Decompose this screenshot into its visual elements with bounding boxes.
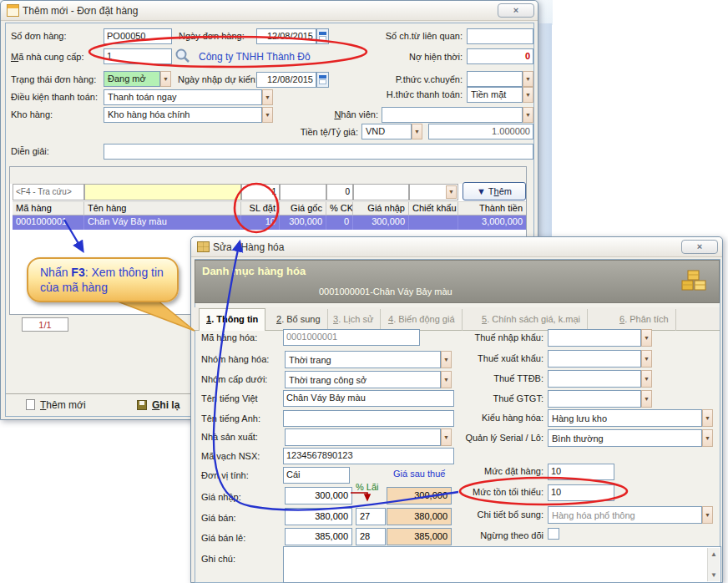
ngay-nhap-input[interactable]: 12/08/2015 xyxy=(256,72,316,88)
chevron-down-icon[interactable]: ▼ xyxy=(446,185,457,199)
tab-phan-tich[interactable]: 6. Phân tích xyxy=(613,309,676,331)
chevron-down-icon[interactable]: ▼ xyxy=(523,87,533,103)
close-icon: × xyxy=(697,241,702,251)
ghi-chu-textarea[interactable]: ▲▼ xyxy=(283,546,721,583)
order-window-titlebar[interactable]: Thêm mới - Đơn đặt hàng xyxy=(1,1,538,21)
chevron-down-icon[interactable]: ▼ xyxy=(702,506,713,524)
ma-hang-hoa-input[interactable]: 0001000001 xyxy=(283,329,420,346)
item-window-close-button[interactable]: × xyxy=(681,240,718,254)
table-row-cell[interactable] xyxy=(409,215,458,230)
ma-vach-input[interactable]: 1234567890123 xyxy=(283,448,454,464)
ngay-don-hang-input[interactable]: 12/08/2015 xyxy=(256,28,316,44)
thue-xk-combo[interactable] xyxy=(548,350,641,368)
table-row-cell[interactable]: 300,000 xyxy=(353,215,409,230)
don-vi-tinh-label: Đơn vị tính: xyxy=(201,470,249,480)
chi-tiet-bo-sung-combo[interactable]: Hàng hóa phổ thông xyxy=(548,506,702,524)
ngay-nhap-label: Ngày nhập dự kiến: xyxy=(178,74,258,84)
ghi-lai-button[interactable]: Ghi lạ xyxy=(137,399,179,411)
col-header[interactable]: Thành tiền xyxy=(458,201,526,215)
tab-lich-su[interactable]: 3. Lịch sử xyxy=(326,309,381,331)
chevron-down-icon[interactable]: ▼ xyxy=(702,409,713,427)
serial-lo-combo[interactable]: Bình thường xyxy=(548,429,702,447)
calendar-icon[interactable] xyxy=(316,28,329,44)
thue-nk-combo[interactable] xyxy=(548,329,641,347)
calendar-icon[interactable] xyxy=(316,72,329,88)
muc-dat-hang-input[interactable]: 10 xyxy=(548,464,614,480)
col-header[interactable]: Mã hàng xyxy=(13,201,84,215)
tab-chinh-sach-gia[interactable]: 5. Chính sách giá, k.mại xyxy=(475,309,588,331)
textarea-scrollbar[interactable]: ▲▼ xyxy=(707,548,720,581)
chevron-down-icon[interactable]: ▼ xyxy=(641,370,652,388)
gia-ban-lai-input[interactable]: 27 xyxy=(356,508,386,525)
dk-thanh-toan-combo[interactable]: Thanh toán ngay xyxy=(104,89,262,105)
scroll-up-icon[interactable]: ▲ xyxy=(708,550,720,558)
table-row-cell[interactable]: 0 xyxy=(326,215,353,230)
table-row-cell[interactable]: Chân Váy Bảy màu xyxy=(84,215,241,230)
table-row-cell[interactable]: 3,000,000 xyxy=(458,215,526,230)
tab-thong-tin[interactable]: 1. Thông tin xyxy=(199,308,265,331)
grid-filter-cell[interactable] xyxy=(280,184,326,200)
col-header[interactable]: Tên hàng xyxy=(84,201,241,215)
pt-vchuyen-combo[interactable] xyxy=(467,71,523,87)
nha-san-xuat-label: Nhà sản xuất: xyxy=(201,432,258,442)
col-header[interactable]: Giá nhập xyxy=(353,201,409,215)
them-moi-button[interactable]: Thêm mới xyxy=(26,399,86,411)
item-header-bar: Danh mục hàng hóa 0001000001-Chân Váy Bả… xyxy=(195,260,720,303)
tien-te-combo[interactable]: VND xyxy=(361,124,412,139)
grid-filter-qty[interactable]: 1 xyxy=(241,184,280,200)
chevron-down-icon[interactable]: ▼ xyxy=(262,89,273,105)
gia-ban-le-input[interactable]: 385,000 xyxy=(285,528,352,545)
nhan-vien-combo[interactable] xyxy=(382,107,523,123)
kho-hang-combo[interactable]: Kho hàng hóa chính xyxy=(104,107,262,123)
thue-gtgt-combo[interactable] xyxy=(548,390,641,408)
gia-nhap-label: Giá nhập: xyxy=(201,492,241,502)
scroll-down-icon[interactable]: ▼ xyxy=(708,571,720,579)
so-chu-tu-input[interactable] xyxy=(467,28,533,44)
chevron-down-icon[interactable]: ▼ xyxy=(160,71,171,87)
table-row-cell[interactable]: 10 xyxy=(241,215,280,230)
col-header[interactable]: Giá gốc xyxy=(280,201,326,215)
col-header[interactable]: Chiết khấu xyxy=(409,201,458,215)
thue-ttdb-label: Thuế TTĐB: xyxy=(415,373,543,383)
search-icon[interactable] xyxy=(174,48,191,64)
kieu-hang-hoa-combo[interactable]: Hàng lưu kho xyxy=(548,409,702,427)
ht-thanh-toan-combo[interactable]: Tiền mặt xyxy=(467,87,523,103)
add-line-button[interactable]: ▼ Thêm xyxy=(463,182,526,200)
chevron-down-icon[interactable]: ▼ xyxy=(641,329,652,347)
col-header[interactable]: % CK xyxy=(326,201,353,215)
so-don-hang-input[interactable]: PO00050 xyxy=(104,28,172,44)
item-window-titlebar[interactable]: Sửa - Hàng hóa xyxy=(191,237,722,257)
thue-ttdb-combo[interactable] xyxy=(548,370,641,388)
gia-ban-input[interactable]: 380,000 xyxy=(285,508,352,525)
ma-hang-hoa-label: Mã hàng hóa: xyxy=(201,332,257,342)
chevron-down-icon[interactable]: ▼ xyxy=(641,390,652,408)
grid-filter-ck[interactable]: 0 xyxy=(326,184,353,200)
col-header[interactable]: SL đặt xyxy=(241,201,280,215)
pager-badge: 1/1 xyxy=(22,317,68,332)
chevron-down-icon[interactable]: ▼ xyxy=(262,107,273,123)
gia-nhap-input[interactable]: 300,000 xyxy=(285,487,352,504)
dien-giai-input[interactable] xyxy=(104,144,533,160)
table-row-cell[interactable]: 300,000 xyxy=(280,215,326,230)
grid-filter-hint[interactable]: <F4 - Tra cứu> xyxy=(13,184,84,200)
table-row-cell[interactable]: 0001000001 xyxy=(13,215,84,230)
order-window-close-button[interactable]: × xyxy=(498,3,534,18)
don-vi-tinh-input[interactable]: Cái xyxy=(283,467,350,484)
gia-ban-le-lai-input[interactable]: 28 xyxy=(356,528,386,545)
chevron-down-icon[interactable]: ▼ xyxy=(641,350,652,368)
thue-nk-label: Thuế nhập khẩu: xyxy=(415,332,543,342)
ty-gia-input[interactable]: 1.000000 xyxy=(428,124,533,139)
chevron-down-icon[interactable]: ▼ xyxy=(702,429,713,447)
ma-ncc-input[interactable]: 1 xyxy=(104,48,172,64)
callout-balloon: Nhấn F3: Xem thông tin của mã hàng xyxy=(27,257,179,302)
chevron-down-icon[interactable]: ▼ xyxy=(412,124,422,139)
grid-filter-search-input[interactable] xyxy=(84,184,241,200)
tab-bo-sung[interactable]: 2. Bổ sung xyxy=(270,309,328,331)
grid-filter-cell[interactable] xyxy=(353,184,409,200)
chevron-down-icon[interactable]: ▼ xyxy=(523,71,533,87)
chevron-down-icon[interactable]: ▼ xyxy=(523,107,533,123)
trang-thai-combo[interactable]: Đang mở xyxy=(104,71,160,87)
muc-ton-toi-thieu-input[interactable]: 10 xyxy=(548,484,614,501)
tab-bien-dong-gia[interactable]: 4. Biến động giá xyxy=(382,309,463,331)
ngung-theo-doi-checkbox[interactable] xyxy=(548,528,559,540)
